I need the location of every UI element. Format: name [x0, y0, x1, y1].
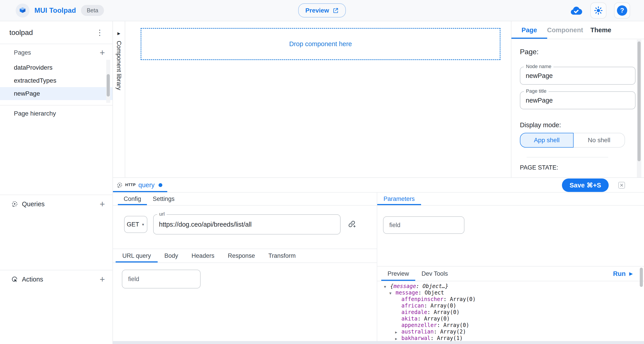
mui-logo[interactable] [16, 4, 30, 18]
beta-badge: Beta [81, 5, 104, 16]
save-button[interactable]: Save ⌘+S [562, 179, 609, 192]
tab-config[interactable]: Config [118, 193, 147, 205]
preview-button[interactable]: Preview [298, 3, 346, 18]
pages-section-label: Pages [14, 49, 31, 56]
display-mode-app-shell[interactable]: App shell [520, 133, 574, 147]
parameter-field-wrap [383, 216, 464, 234]
page-title-input[interactable] [520, 92, 635, 109]
tab-dev-tools[interactable]: Dev Tools [415, 266, 454, 281]
tab-response[interactable]: Response [221, 249, 262, 262]
tab-body[interactable]: Body [158, 249, 185, 262]
tab-parameters[interactable]: Parameters [377, 193, 421, 205]
url-field-wrap: url [153, 214, 340, 235]
component-library-label: Component library [116, 41, 122, 90]
open-in-new-icon [332, 8, 338, 14]
query-datasource-label: HTTP [125, 183, 136, 187]
app-title: MUI Toolpad [34, 7, 76, 15]
node-name-input[interactable] [520, 67, 635, 84]
json-tree-row[interactable]: ▼{message: Object…} [381, 283, 644, 290]
divider [526, 157, 608, 157]
url-query-field-input[interactable] [122, 270, 200, 288]
json-tree-row[interactable]: airedale: Array(0) [381, 309, 644, 315]
json-tree-row[interactable]: ▶bakharwal: Array(1) [381, 335, 644, 341]
question-mark-icon: ? [617, 5, 627, 16]
display-mode-toggle: App shell No shell [520, 133, 635, 147]
sidebar-item-dataproviders[interactable]: dataProviders [0, 61, 112, 74]
cloud-synced-icon [570, 6, 583, 16]
json-tree-row[interactable]: appenzeller: Array(0) [381, 322, 644, 328]
display-mode-label: Display mode: [520, 121, 635, 129]
inspector-panel: Page Component Theme Page: Node name Pag… [511, 21, 644, 177]
actions-section-label: Actions [22, 276, 43, 283]
http-method-value: GET [127, 221, 139, 228]
query-editor-panel: HTTP query Save ⌘+S Config Settings [113, 177, 644, 344]
preview-button-label: Preview [306, 7, 329, 14]
add-action-button[interactable]: + [98, 275, 107, 284]
help-button[interactable]: ? [614, 3, 630, 19]
json-tree-row[interactable]: ▶australian: Array(2) [381, 328, 644, 335]
project-sidebar: toolpad ⋮ Pages + dataProviders extracte… [0, 21, 113, 344]
tab-page[interactable]: Page [512, 21, 547, 39]
parameter-field-input[interactable] [384, 217, 464, 233]
query-name: query [138, 182, 155, 189]
page-title-label: Page title [524, 88, 548, 94]
run-button-label: Run [613, 270, 626, 277]
project-name: toolpad [10, 29, 33, 37]
expand-library-arrow-icon[interactable]: ▶ [118, 31, 120, 36]
tab-preview[interactable]: Preview [381, 266, 415, 281]
tab-transform[interactable]: Transform [262, 249, 302, 262]
query-config-section: Config Settings GET ▼ url [113, 193, 377, 344]
page-canvas[interactable]: Drop component here [125, 21, 511, 177]
queries-section-label: Queries [22, 201, 45, 208]
app-header: MUI Toolpad Beta Preview ? [0, 0, 644, 21]
inspector-scrollbar-thumb[interactable] [638, 41, 641, 161]
url-query-field-wrap [122, 270, 200, 288]
add-query-button[interactable]: + [98, 200, 107, 209]
sun-icon [594, 6, 603, 15]
queries-icon [11, 201, 18, 207]
mui-logo-icon [18, 6, 27, 15]
query-tab[interactable]: HTTP query [113, 178, 167, 192]
http-method-select[interactable]: GET ▼ [124, 216, 147, 233]
run-button[interactable]: Run ▶ [613, 270, 644, 277]
add-page-button[interactable]: + [98, 48, 107, 57]
pages-scrollbar-thumb[interactable] [107, 74, 110, 97]
page-hierarchy-label: Page hierarchy [0, 105, 112, 122]
json-tree-row[interactable]: affenpinscher: Array(0) [381, 296, 644, 303]
pages-list: dataProviders extractedTypes newPage [0, 61, 112, 101]
url-input[interactable] [154, 215, 340, 234]
display-mode-no-shell[interactable]: No shell [574, 133, 625, 147]
bind-link-icon[interactable] [347, 220, 356, 228]
tab-url-query[interactable]: URL query [116, 249, 158, 262]
theme-toggle-button[interactable] [590, 3, 606, 19]
tab-theme[interactable]: Theme [583, 21, 619, 39]
component-dropzone[interactable]: Drop component here [141, 28, 500, 60]
page-state-label: PAGE STATE: [520, 164, 635, 171]
json-tree-row[interactable]: akita: Array(0) [381, 315, 644, 322]
close-icon [620, 184, 624, 187]
sidebar-item-newpage[interactable]: newPage [0, 87, 112, 100]
dropzone-text: Drop component here [289, 40, 352, 48]
unsaved-changes-dot [158, 183, 162, 187]
tab-component[interactable]: Component [547, 21, 583, 39]
tab-settings[interactable]: Settings [147, 193, 180, 205]
url-label: url [157, 211, 166, 217]
page-heading: Page: [520, 48, 635, 56]
node-name-label: Node name [524, 64, 554, 69]
chevron-down-icon: ▼ [141, 223, 145, 226]
close-query-panel-button[interactable] [618, 182, 625, 189]
play-icon: ▶ [629, 271, 633, 276]
actions-icon [11, 276, 18, 283]
page-title-field-wrap: Page title [520, 91, 636, 109]
horizontal-scrollbar[interactable] [113, 341, 644, 344]
component-library-panel[interactable]: ▶ Component library [113, 21, 125, 177]
node-name-field-wrap: Node name [520, 67, 636, 85]
project-menu-kebab-icon[interactable]: ⋮ [94, 28, 106, 37]
sidebar-item-extractedtypes[interactable]: extractedTypes [0, 74, 112, 87]
http-datasource-icon [116, 182, 122, 188]
json-tree-row[interactable]: african: Array(0) [381, 303, 644, 309]
json-result-tree[interactable]: ▼{message: Object…} ▼message: Object aff… [377, 281, 644, 344]
result-scrollbar-thumb[interactable] [640, 268, 643, 287]
tab-headers[interactable]: Headers [185, 249, 221, 262]
json-tree-row[interactable]: ▼message: Object [381, 290, 644, 296]
